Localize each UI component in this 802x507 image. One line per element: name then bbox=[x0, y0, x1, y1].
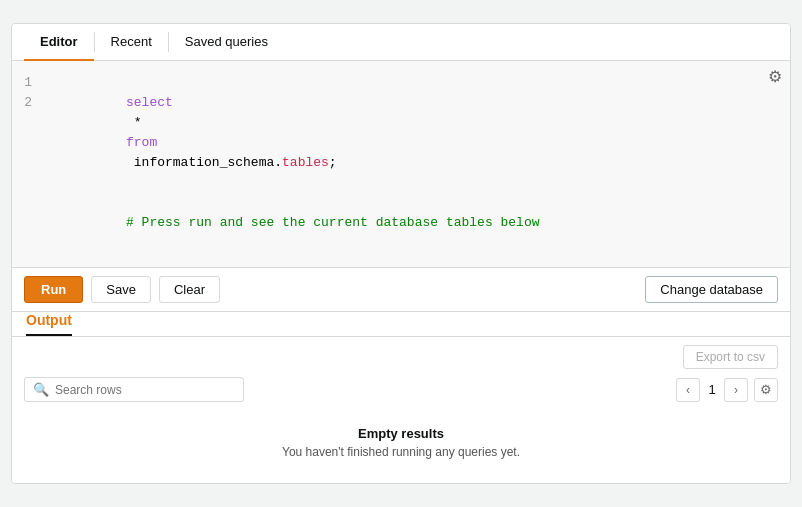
tab-recent[interactable]: Recent bbox=[95, 24, 168, 61]
clear-button[interactable]: Clear bbox=[159, 276, 220, 303]
output-section: Output Export to csv 🔍 ‹ 1 › ⚙ bbox=[12, 312, 790, 483]
plain-semi: ; bbox=[329, 155, 337, 170]
pager-page-number: 1 bbox=[706, 382, 718, 397]
plain-schema: information_schema. bbox=[126, 155, 282, 170]
pager-next-button[interactable]: › bbox=[724, 378, 748, 402]
tab-saved-queries[interactable]: Saved queries bbox=[169, 24, 284, 61]
code-line-2: # Press run and see the current database… bbox=[48, 193, 782, 253]
tab-editor[interactable]: Editor bbox=[24, 24, 94, 61]
change-database-button[interactable]: Change database bbox=[645, 276, 778, 303]
kw-from: from bbox=[126, 135, 157, 150]
output-top-row: Output bbox=[12, 312, 790, 337]
editor-settings-icon[interactable]: ⚙ bbox=[768, 67, 782, 86]
run-button[interactable]: Run bbox=[24, 276, 83, 303]
search-box[interactable]: 🔍 bbox=[24, 377, 244, 402]
code-editor[interactable]: 1 2 select * from information_schema.tab… bbox=[12, 67, 790, 267]
code-lines[interactable]: select * from information_schema.tables;… bbox=[40, 71, 790, 263]
output-label: Output bbox=[26, 312, 72, 336]
line-num-1: 1 bbox=[20, 73, 32, 93]
pager: ‹ 1 › ⚙ bbox=[676, 378, 778, 402]
pager-prev-button[interactable]: ‹ bbox=[676, 378, 700, 402]
code-line-1: select * from information_schema.tables; bbox=[48, 73, 782, 193]
comment-rest: see the current database tables below bbox=[243, 215, 539, 230]
tab-bar: Editor Recent Saved queries bbox=[12, 24, 790, 61]
comment-and: and bbox=[220, 215, 243, 230]
editor-area: ⚙ 1 2 select * from information_schema.t… bbox=[12, 61, 790, 268]
empty-results-desc: You haven't finished running any queries… bbox=[282, 445, 520, 459]
search-input[interactable] bbox=[55, 383, 235, 397]
toolbar: Run Save Clear Change database bbox=[12, 268, 790, 312]
search-icon: 🔍 bbox=[33, 382, 49, 397]
pager-settings-button[interactable]: ⚙ bbox=[754, 378, 778, 402]
export-csv-button[interactable]: Export to csv bbox=[683, 345, 778, 369]
output-controls: Export to csv bbox=[12, 337, 790, 373]
line-num-2: 2 bbox=[20, 93, 32, 113]
empty-results: Empty results You haven't finished runni… bbox=[12, 410, 790, 483]
kw-select: select bbox=[126, 95, 173, 110]
search-pager-row: 🔍 ‹ 1 › ⚙ bbox=[12, 373, 790, 410]
line-numbers: 1 2 bbox=[12, 71, 40, 263]
table-name: tables bbox=[282, 155, 329, 170]
empty-results-title: Empty results bbox=[358, 426, 444, 441]
save-button[interactable]: Save bbox=[91, 276, 151, 303]
plain-star: * bbox=[126, 115, 149, 130]
comment-hash: # Press run bbox=[126, 215, 220, 230]
main-container: Editor Recent Saved queries ⚙ 1 2 select… bbox=[11, 23, 791, 484]
